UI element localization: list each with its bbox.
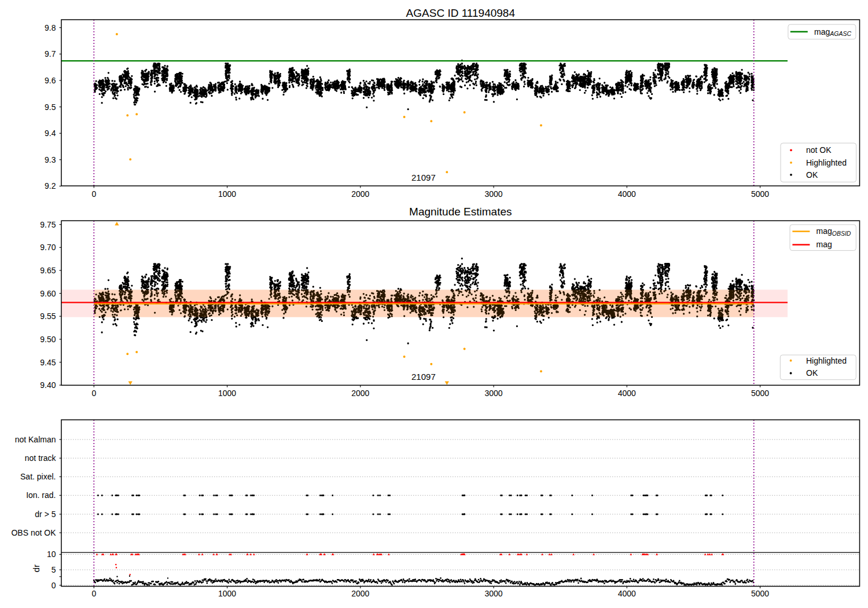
svg-text:9.3: 9.3 bbox=[45, 155, 56, 164]
svg-text:Magnitude Estimates: Magnitude Estimates bbox=[409, 206, 512, 218]
svg-text:OK: OK bbox=[806, 170, 818, 180]
svg-text:9.6: 9.6 bbox=[45, 76, 56, 85]
svg-text:dr: dr bbox=[31, 565, 41, 572]
svg-text:1000: 1000 bbox=[218, 589, 236, 598]
svg-text:0: 0 bbox=[91, 389, 96, 398]
svg-text:not Kalman: not Kalman bbox=[15, 435, 56, 444]
svg-text:9.40: 9.40 bbox=[40, 380, 56, 390]
svg-text:Ion. rad.: Ion. rad. bbox=[26, 490, 56, 500]
svg-text:5000: 5000 bbox=[751, 389, 769, 398]
svg-text:9.75: 9.75 bbox=[40, 220, 56, 229]
svg-text:1000: 1000 bbox=[218, 389, 236, 398]
svg-text:5: 5 bbox=[52, 565, 56, 574]
svg-text:5000: 5000 bbox=[751, 589, 769, 598]
svg-text:Sat. pixel.: Sat. pixel. bbox=[20, 472, 56, 481]
svg-text:9.60: 9.60 bbox=[40, 289, 56, 298]
svg-text:21097: 21097 bbox=[411, 173, 436, 182]
svg-text:Highlighted: Highlighted bbox=[806, 158, 847, 167]
svg-text:9.70: 9.70 bbox=[40, 243, 56, 252]
svg-text:9.50: 9.50 bbox=[40, 335, 56, 344]
svg-text:2000: 2000 bbox=[351, 189, 369, 199]
svg-text:9.7: 9.7 bbox=[45, 49, 56, 58]
svg-text:9.65: 9.65 bbox=[40, 266, 56, 275]
svg-text:mag: mag bbox=[816, 240, 832, 249]
svg-text:AGASC ID 111940984: AGASC ID 111940984 bbox=[406, 7, 516, 19]
svg-text:dr > 5: dr > 5 bbox=[35, 510, 56, 519]
svg-text:2000: 2000 bbox=[351, 389, 369, 398]
svg-text:9.4: 9.4 bbox=[45, 129, 56, 138]
svg-text:4000: 4000 bbox=[618, 389, 636, 398]
svg-text:9.2: 9.2 bbox=[45, 181, 56, 191]
svg-text:9.5: 9.5 bbox=[45, 102, 56, 112]
svg-text:2000: 2000 bbox=[351, 589, 369, 598]
svg-text:3000: 3000 bbox=[485, 189, 503, 199]
svg-text:9.55: 9.55 bbox=[40, 312, 56, 321]
svg-text:3000: 3000 bbox=[485, 389, 503, 398]
svg-text:4000: 4000 bbox=[618, 589, 636, 598]
svg-text:9.8: 9.8 bbox=[45, 23, 56, 32]
svg-text:1000: 1000 bbox=[218, 189, 236, 199]
svg-text:0: 0 bbox=[52, 581, 56, 590]
svg-text:21097: 21097 bbox=[411, 372, 436, 382]
svg-text:0: 0 bbox=[91, 589, 96, 598]
svg-text:not OK: not OK bbox=[806, 145, 832, 155]
svg-text:0: 0 bbox=[91, 189, 96, 199]
svg-text:5000: 5000 bbox=[751, 189, 769, 199]
svg-text:OK: OK bbox=[806, 368, 818, 378]
svg-text:Highlighted: Highlighted bbox=[806, 356, 847, 365]
svg-text:not track: not track bbox=[25, 453, 57, 463]
svg-text:9.45: 9.45 bbox=[40, 358, 56, 367]
svg-text:4000: 4000 bbox=[618, 189, 636, 199]
svg-text:OBS not OK: OBS not OK bbox=[11, 528, 56, 537]
svg-text:3000: 3000 bbox=[485, 589, 503, 598]
svg-text:10: 10 bbox=[47, 550, 56, 559]
